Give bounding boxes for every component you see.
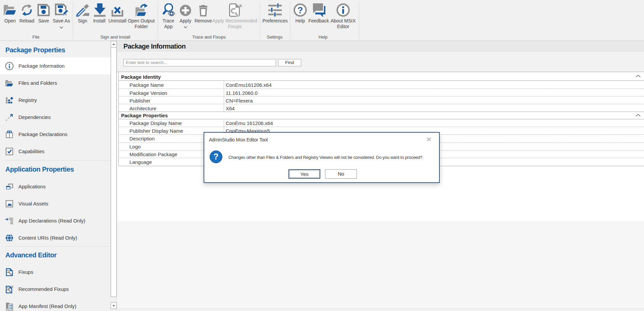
svg-text:?: ?: [298, 5, 303, 15]
